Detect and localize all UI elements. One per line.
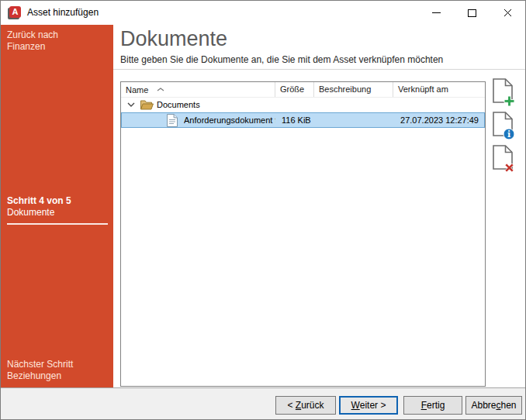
add-document-button[interactable] bbox=[491, 78, 514, 105]
app-logo-icon: A bbox=[9, 6, 21, 18]
document-size-cell: 116 KiB bbox=[282, 115, 311, 125]
back-link-line1: Zurück nach bbox=[7, 29, 58, 41]
info-badge-icon: i bbox=[503, 128, 515, 140]
maximize-button[interactable] bbox=[454, 1, 490, 25]
button-bar: < Zurück Weiter > Fertig Abbrechen bbox=[1, 387, 525, 419]
document-icon bbox=[167, 114, 178, 127]
folder-name: Documents bbox=[157, 100, 200, 109]
next-step-label: Nächster Schritt bbox=[7, 359, 73, 370]
current-step-indicator: Schritt 4 von 5 Dokumente bbox=[7, 195, 109, 225]
chevron-down-icon[interactable] bbox=[127, 102, 135, 107]
sidebar-back-link[interactable]: Zurück nach Finanzen bbox=[7, 29, 58, 53]
window-title: Asset hinzufügen bbox=[27, 1, 99, 25]
app-icon: A bbox=[8, 6, 21, 19]
svg-text:i: i bbox=[507, 129, 510, 139]
window-controls bbox=[418, 1, 525, 25]
back-button[interactable]: < Zurück bbox=[275, 396, 336, 415]
folder-icon bbox=[140, 100, 154, 110]
page-title: Dokumente bbox=[120, 27, 227, 51]
document-name-cell: Anforderungsdokument f... bbox=[184, 115, 275, 125]
close-icon bbox=[504, 9, 512, 17]
document-linked-at-cell: 27.07.2023 12:27:49 bbox=[400, 115, 479, 125]
next-button[interactable]: Weiter > bbox=[339, 396, 398, 415]
step-underline bbox=[7, 223, 108, 225]
documents-table: Name Größe Beschreibung Verknüpft am bbox=[120, 81, 486, 387]
close-button[interactable] bbox=[490, 1, 525, 25]
minimize-icon bbox=[432, 12, 441, 13]
cancel-button[interactable]: Abbrechen bbox=[465, 396, 522, 415]
finish-button[interactable]: Fertig bbox=[403, 396, 462, 415]
column-header-description[interactable]: Beschreibung bbox=[314, 82, 393, 97]
sort-ascending-icon bbox=[157, 88, 164, 91]
next-step-indicator: Nächster Schritt Beziehungen bbox=[7, 359, 73, 382]
remove-document-button[interactable] bbox=[491, 145, 514, 172]
main-content: Dokumente Bitte geben Sie die Dokumente … bbox=[113, 25, 525, 387]
step-counter: Schritt 4 von 5 bbox=[7, 195, 109, 207]
title-bar: A Asset hinzufügen bbox=[1, 1, 525, 25]
asset-wizard-window: A Asset hinzufügen Zurück nach Finanzen … bbox=[0, 0, 526, 420]
next-step-name: Beziehungen bbox=[7, 370, 73, 382]
maximize-icon bbox=[468, 9, 476, 17]
document-actions: i bbox=[491, 78, 514, 172]
plus-badge-icon bbox=[504, 95, 515, 107]
column-header-size[interactable]: Größe bbox=[275, 82, 314, 97]
column-header-name[interactable]: Name bbox=[121, 82, 275, 97]
minimize-button[interactable] bbox=[418, 1, 454, 25]
header-separator bbox=[113, 69, 525, 70]
wizard-sidebar: Zurück nach Finanzen Schritt 4 von 5 Dok… bbox=[1, 25, 113, 387]
back-link-line2: Finanzen bbox=[7, 41, 58, 53]
table-header-row: Name Größe Beschreibung Verknüpft am bbox=[121, 82, 485, 98]
step-name: Dokumente bbox=[7, 207, 109, 219]
folder-row[interactable]: Documents bbox=[121, 98, 485, 112]
document-info-button[interactable]: i bbox=[491, 112, 514, 139]
page-subtitle: Bitte geben Sie die Dokumente an, die Si… bbox=[120, 54, 443, 65]
delete-badge-icon bbox=[504, 162, 515, 174]
column-header-linked-at[interactable]: Verknüpft am bbox=[393, 82, 485, 97]
document-row-selected[interactable]: Anforderungsdokument f... 116 KiB 27.07.… bbox=[121, 112, 485, 128]
